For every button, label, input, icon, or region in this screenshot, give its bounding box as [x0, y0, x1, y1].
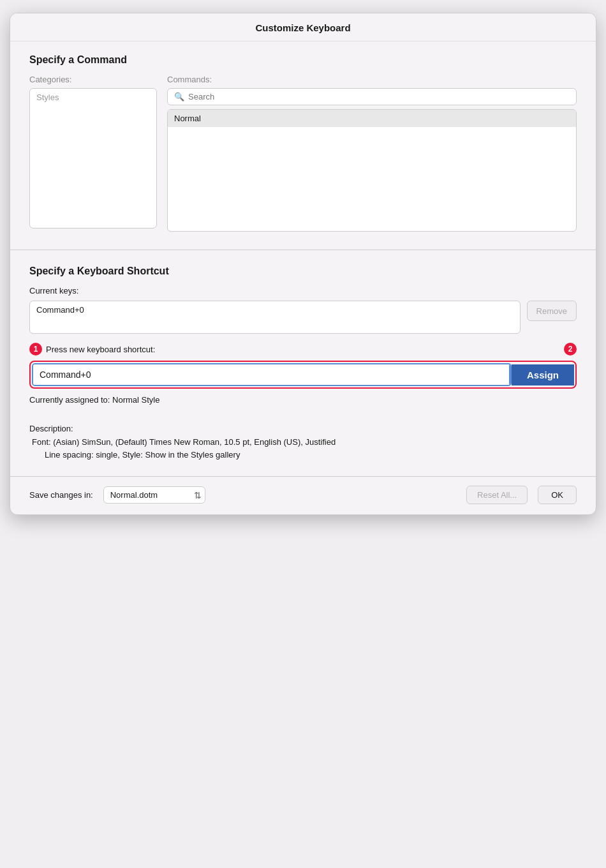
save-changes-label: Save changes in:: [29, 490, 93, 500]
assign-button[interactable]: Assign: [512, 364, 574, 385]
title-text: Customize Keyboard: [255, 22, 350, 33]
description-label: Description:: [29, 424, 577, 433]
customize-keyboard-dialog: Customize Keyboard Specify a Command Cat…: [10, 13, 596, 515]
reset-all-button[interactable]: Reset All...: [466, 486, 528, 504]
shortcut-divider: [509, 364, 510, 385]
remove-button[interactable]: Remove: [527, 301, 577, 321]
categories-label: Categories:: [29, 75, 157, 84]
commands-label: Commands:: [167, 75, 577, 84]
shortcut-row-wrapper: Assign: [29, 361, 577, 389]
footer: Save changes in: Normal.dotm ⇅ Reset All…: [10, 476, 596, 514]
shortcut-input[interactable]: [33, 364, 509, 385]
commands-list[interactable]: Normal: [167, 109, 577, 232]
dialog-title: Customize Keyboard: [10, 13, 596, 41]
section1-title: Specify a Command: [29, 54, 577, 66]
search-input[interactable]: [188, 92, 570, 101]
description-text: Font: (Asian) SimSun, (Default) Times Ne…: [32, 436, 577, 461]
press-shortcut-label: 1 Press new keyboard shortcut: 2: [29, 343, 577, 355]
assigned-to-row: Currently assigned to: Normal Style: [29, 395, 577, 405]
current-keys-box: Command+0: [29, 301, 521, 334]
badge-2: 2: [564, 343, 577, 355]
categories-column: Categories: Styles: [29, 75, 157, 232]
assigned-to-label: Currently assigned to:: [29, 395, 110, 405]
assigned-to-value-text: Normal Style: [112, 395, 159, 405]
search-icon: 🔍: [174, 92, 184, 101]
press-shortcut-text: Press new keyboard shortcut:: [46, 345, 155, 354]
category-styles-item[interactable]: Styles: [30, 89, 156, 106]
commands-column: Commands: 🔍 Normal: [167, 75, 577, 232]
current-keys-label: Current keys:: [29, 286, 577, 296]
command-normal-item[interactable]: Normal: [168, 110, 576, 127]
ok-button[interactable]: OK: [538, 486, 577, 504]
command-area: Categories: Styles Commands: 🔍 Normal: [29, 75, 577, 232]
description-text-content: Font: (Asian) SimSun, (Default) Times Ne…: [32, 437, 336, 447]
specify-shortcut-section: Specify a Keyboard Shortcut Current keys…: [10, 253, 596, 476]
current-keys-value: Command+0: [36, 305, 84, 315]
line-spacing-text: Line spacing: single, Style: Show in the…: [45, 450, 240, 460]
save-select-wrapper: Normal.dotm ⇅: [103, 486, 205, 504]
badge-1: 1: [29, 343, 42, 355]
section2-title: Specify a Keyboard Shortcut: [29, 266, 577, 277]
save-select[interactable]: Normal.dotm: [103, 486, 205, 504]
categories-list[interactable]: Styles: [29, 88, 157, 228]
shortcut-input-inner: [32, 363, 512, 386]
current-keys-row: Command+0 Remove: [29, 301, 577, 334]
search-box[interactable]: 🔍: [167, 88, 577, 105]
specify-command-section: Specify a Command Categories: Styles Com…: [10, 41, 596, 247]
